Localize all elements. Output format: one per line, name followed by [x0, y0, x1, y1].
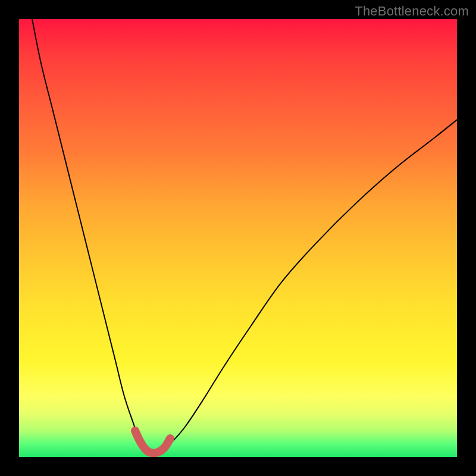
optimal-zone-overlay-path: [135, 431, 170, 453]
bottleneck-curve-path: [32, 19, 457, 453]
plot-area: [19, 19, 457, 457]
watermark-text: TheBottleneck.com: [355, 4, 469, 19]
chart-container: TheBottleneck.com: [0, 0, 476, 476]
curve-svg: [19, 19, 457, 457]
